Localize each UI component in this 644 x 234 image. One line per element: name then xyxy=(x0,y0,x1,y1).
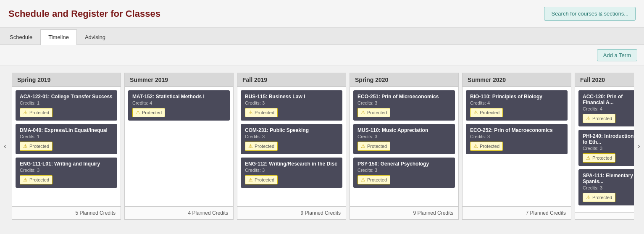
course-credits: Credits: 4 xyxy=(583,106,634,111)
course-credits: Credits: 4 xyxy=(132,100,226,105)
term-summer2019-body: MAT-152: Statistical Methods I Credits: … xyxy=(125,87,233,206)
status-badge: ⚠ Protected xyxy=(20,175,53,184)
list-item: ENG-112: Writing/Research in the Disc Cr… xyxy=(241,158,342,188)
course-title: MUS-110: Music Appreciation xyxy=(357,127,451,133)
warning-icon: ⚠ xyxy=(586,195,591,200)
status-badge: ⚠ Protected xyxy=(245,108,278,117)
warning-icon: ⚠ xyxy=(361,143,365,149)
term-fall2019-header: Fall 2019 xyxy=(237,73,346,87)
status-label: Protected xyxy=(29,110,49,115)
status-label: Protected xyxy=(592,116,612,121)
status-label: Protected xyxy=(255,110,274,115)
search-courses-button[interactable]: Search for courses & sections... xyxy=(544,7,636,21)
course-title: PSY-150: General Psychology xyxy=(357,161,451,167)
page-title: Schedule and Register for Classes xyxy=(8,8,160,19)
warning-icon: ⚠ xyxy=(361,110,365,116)
list-item: PSY-150: General Psychology Credits: 3 ⚠… xyxy=(353,158,455,188)
term-spring2019: Spring 2019 ACA-122-01: College Transfer… xyxy=(12,73,121,220)
term-summer2020-body: BIO-110: Principles of Biology Credits: … xyxy=(463,87,571,206)
course-credits: Credits: 3 xyxy=(470,134,563,139)
term-spring2020-body: ECO-251: Prin of Microeconomics Credits:… xyxy=(350,87,458,206)
course-title: ACC-120: Prin of Financial A... xyxy=(583,94,634,105)
tab-timeline[interactable]: Timeline xyxy=(40,29,77,45)
status-badge: ⚠ Protected xyxy=(357,142,390,151)
course-title: SPA-111: Elementary Spanis... xyxy=(583,173,634,184)
term-spring2020-header: Spring 2020 xyxy=(350,73,458,87)
status-badge: ⚠ Protected xyxy=(20,142,53,151)
term-summer2020: Summer 2020 BIO-110: Principles of Biolo… xyxy=(462,73,571,220)
warning-icon: ⚠ xyxy=(136,110,140,116)
list-item: ECO-251: Prin of Microeconomics Credits:… xyxy=(353,90,455,121)
status-badge: ⚠ Protected xyxy=(245,175,278,184)
term-summer2020-header: Summer 2020 xyxy=(463,73,571,87)
warning-icon: ⚠ xyxy=(23,110,28,116)
course-credits: Credits: 3 xyxy=(357,168,451,173)
course-title: ACA-122-01: College Transfer Success xyxy=(20,94,113,100)
term-fall2020: Fall 2020 ACC-120: Prin of Financial A..… xyxy=(575,73,634,220)
status-label: Protected xyxy=(255,177,274,182)
status-badge: ⚠ Protected xyxy=(583,153,615,163)
tab-advising[interactable]: Advising xyxy=(77,29,113,45)
course-title: COM-231: Public Speaking xyxy=(245,127,338,133)
right-nav-arrow[interactable]: › xyxy=(634,73,644,220)
status-label: Protected xyxy=(255,144,274,149)
add-term-button[interactable]: Add a Term xyxy=(597,49,637,61)
status-label: Protected xyxy=(367,144,387,149)
tab-bar: Schedule Timeline Advising xyxy=(0,28,644,45)
status-badge: ⚠ Protected xyxy=(20,108,53,117)
course-title: BIO-110: Principles of Biology xyxy=(470,94,563,100)
course-credits: Credits: 3 xyxy=(357,134,451,139)
term-summer2019-footer: 4 Planned Credits xyxy=(125,206,233,219)
term-fall2020-body: ACC-120: Prin of Financial A... Credits:… xyxy=(575,87,634,212)
status-badge: ⚠ Protected xyxy=(470,142,503,151)
warning-icon: ⚠ xyxy=(361,177,365,183)
left-nav-arrow[interactable]: ‹ xyxy=(0,73,10,220)
term-spring2019-footer: 5 Planned Credits xyxy=(12,206,121,219)
toolbar: Add a Term xyxy=(0,45,644,66)
term-summer2020-footer: 7 Planned Credits xyxy=(463,206,571,219)
status-label: Protected xyxy=(29,177,49,182)
terms-wrapper: Spring 2019 ACA-122-01: College Transfer… xyxy=(10,73,634,220)
course-credits: Credits: 3 xyxy=(245,168,338,173)
course-title: PHI-240: Introduction to Eth... xyxy=(583,133,634,145)
list-item: COM-231: Public Speaking Credits: 3 ⚠ Pr… xyxy=(241,124,342,154)
course-title: DMA-040: Express/Lin Equat/Inequal xyxy=(20,127,113,133)
course-title: ECO-252: Prin of Macroeconomics xyxy=(470,127,563,133)
term-fall2020-header: Fall 2020 xyxy=(575,73,634,87)
list-item: ECO-252: Prin of Macroeconomics Credits:… xyxy=(466,124,568,154)
status-badge: ⚠ Protected xyxy=(470,108,503,117)
course-credits: Credits: 3 xyxy=(357,100,451,105)
status-badge: ⚠ Protected xyxy=(357,108,390,117)
course-credits: Credits: 1 xyxy=(20,100,113,105)
timeline-container: ‹ Spring 2019 ACA-122-01: College Transf… xyxy=(0,66,644,226)
term-spring2020: Spring 2020 ECO-251: Prin of Microeconom… xyxy=(350,73,459,220)
course-title: MAT-152: Statistical Methods I xyxy=(132,94,226,100)
course-credits: Credits: 3 xyxy=(245,100,338,105)
list-item: SPA-111: Elementary Spanis... Credits: 3… xyxy=(578,169,634,205)
status-label: Protected xyxy=(367,110,387,115)
list-item: ENG-111-L01: Writing and Inquiry Credits… xyxy=(16,158,117,188)
warning-icon: ⚠ xyxy=(586,155,591,161)
tab-schedule[interactable]: Schedule xyxy=(2,29,40,45)
status-badge: ⚠ Protected xyxy=(583,114,615,123)
term-spring2020-footer: 9 Planned Credits xyxy=(350,206,458,219)
course-title: ENG-112: Writing/Research in the Disc xyxy=(245,161,338,167)
warning-icon: ⚠ xyxy=(248,110,253,116)
term-fall2020-footer xyxy=(575,212,634,219)
list-item: ACC-120: Prin of Financial A... Credits:… xyxy=(578,90,634,126)
list-item: BUS-115: Business Law I Credits: 3 ⚠ Pro… xyxy=(241,90,342,121)
warning-icon: ⚠ xyxy=(23,143,28,149)
warning-icon: ⚠ xyxy=(473,110,478,116)
term-spring2019-body: ACA-122-01: College Transfer Success Cre… xyxy=(12,87,121,206)
course-title: ENG-111-L01: Writing and Inquiry xyxy=(20,161,113,167)
status-badge: ⚠ Protected xyxy=(245,142,278,151)
list-item: MUS-110: Music Appreciation Credits: 3 ⚠… xyxy=(353,124,455,154)
status-label: Protected xyxy=(592,155,612,160)
course-credits: Credits: 3 xyxy=(583,185,634,190)
warning-icon: ⚠ xyxy=(248,143,253,149)
status-label: Protected xyxy=(29,144,49,149)
warning-icon: ⚠ xyxy=(473,143,478,149)
course-credits: Credits: 4 xyxy=(470,100,563,105)
list-item: BIO-110: Principles of Biology Credits: … xyxy=(466,90,568,121)
list-item: DMA-040: Express/Lin Equat/Inequal Credi… xyxy=(16,124,117,154)
